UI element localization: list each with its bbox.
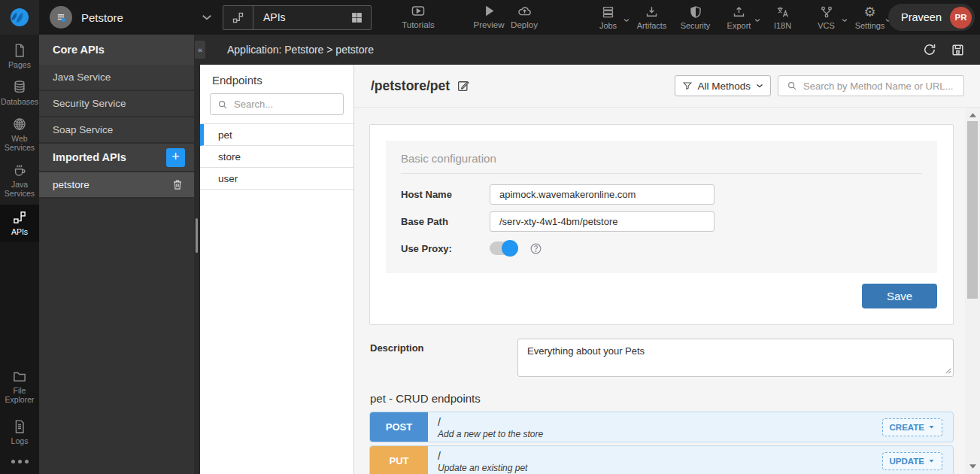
endpoints-list: pet store user [200,123,353,190]
export-button[interactable]: Export [722,5,756,30]
settings-button[interactable]: ⚙ Settings [853,5,887,30]
cloud-upload-icon [517,4,532,18]
rail-label: Java Services [0,180,39,198]
rail-label: File Explorer [0,386,39,404]
add-api-button[interactable]: + [166,148,185,167]
download-icon [645,5,659,19]
refresh-button[interactable] [922,42,937,57]
collapse-panel-button[interactable]: « [195,41,205,59]
shield-icon [689,5,702,19]
rail-label: Databases [1,97,38,106]
endpoints-search[interactable] [210,93,344,115]
preview-button[interactable]: Preview [468,4,510,29]
deploy-label: Deploy [511,20,538,29]
sidebar-item-petstore[interactable]: petstore [39,172,194,199]
page-title: /petstore/pet [371,78,450,94]
grid-icon[interactable] [350,11,371,24]
delete-api-button[interactable] [171,178,184,191]
rail-item-pages[interactable]: Pages [0,38,39,74]
host-name-field[interactable] [490,184,715,205]
wavemaker-logo[interactable] [0,0,39,35]
endpoint-row-put[interactable]: PUT / Update an existing pet UPDATE [369,445,954,474]
method-badge: PUT [370,446,428,474]
basic-config-panel: Basic configuration Host Name Base Path … [386,141,937,273]
module-label: APIs [253,11,350,23]
endpoint-row-post[interactable]: POST / Add a new pet to the store CREATE [369,412,954,442]
search-icon [217,99,228,110]
jobs-button[interactable]: Jobs [591,5,625,30]
tutorials-button[interactable]: Tutorials [396,4,440,29]
scroll-down-button[interactable] [965,460,980,472]
splitter-scroll-thumb[interactable] [196,218,198,253]
endpoint-item-user[interactable]: user [200,168,353,190]
methods-filter-label: All Methods [697,81,751,92]
breadcrumb-bar: « Application: Petstore > petstore [194,35,980,65]
sidebar-item-java-service[interactable]: Java Service [39,65,194,91]
rail-item-file-explorer[interactable]: File Explorer [0,363,39,409]
imported-apis-header: Imported APIs + [39,144,194,172]
globe-icon [12,117,27,132]
module-selector[interactable]: APIs [223,5,372,30]
vcs-label: VCS [818,21,835,30]
scrollbar-thumb[interactable] [967,121,978,299]
save-file-button[interactable] [951,43,965,57]
panel-splitter[interactable] [194,65,200,474]
user-name: Praveen [901,11,942,23]
jobs-icon [601,5,615,19]
git-branch-icon [820,5,833,19]
project-selector[interactable]: Petstore [50,6,214,29]
core-apis-title: Core APIs [53,44,105,56]
rail-item-logs[interactable]: Logs [0,414,39,451]
endpoint-item-pet[interactable]: pet [200,124,353,146]
method-search[interactable] [778,75,964,96]
base-path-field[interactable] [490,211,715,232]
play-icon [482,4,496,18]
edit-path-button[interactable] [457,79,470,93]
artifacts-button[interactable]: Artifacts [635,5,669,30]
endpoint-rows: POST / Add a new pet to the store CREATE… [369,412,954,474]
user-menu[interactable]: Praveen PR [888,4,975,31]
chevron-down-icon [841,17,848,24]
proxy-help-button[interactable] [529,242,542,255]
methods-filter-dropdown[interactable]: All Methods [675,75,771,96]
topbar-right-actions: Jobs Artifacts Security Export [591,0,887,35]
method-search-input[interactable] [803,81,955,92]
vcs-button[interactable]: VCS [809,5,843,30]
i18n-button[interactable]: I18N [766,5,799,30]
action-label: UPDATE [890,457,924,466]
create-action-button[interactable]: CREATE [882,418,942,436]
sidebar-item-label: Soap Service [53,124,113,135]
edit-icon [457,79,470,93]
scroll-up-button[interactable] [965,109,980,121]
export-label: Export [727,21,751,30]
endpoint-path: / [438,417,882,428]
endpoint-item-store[interactable]: store [200,146,353,168]
description-field[interactable]: Everything about your Pets [517,339,954,377]
chevron-down-icon [755,81,764,90]
update-action-button[interactable]: UPDATE [882,452,942,470]
vertical-scrollbar[interactable] [965,108,980,474]
method-badge: POST [370,412,428,442]
rail-item-java-services[interactable]: Java Services [0,157,39,203]
rail-item-apis[interactable]: APIs [0,205,39,242]
content-header: /petstore/pet All Methods [354,65,980,108]
endpoint-item-label: pet [218,129,232,141]
api-node-icon [12,210,27,225]
endpoints-search-input[interactable] [234,99,336,110]
i18n-label: I18N [774,21,791,30]
caret-down-icon [928,424,935,430]
basic-config-card: Basic configuration Host Name Base Path … [369,124,954,325]
rail-item-databases[interactable]: Databases [0,74,39,111]
save-button[interactable]: Save [862,284,937,308]
sidebar-item-soap-service[interactable]: Soap Service [39,117,194,144]
more-options-button[interactable] [0,451,39,474]
security-button[interactable]: Security [678,5,712,30]
rail-item-web-services[interactable]: Web Services [0,111,39,157]
database-icon [12,80,27,95]
use-proxy-toggle[interactable] [490,242,517,255]
triangle-up-icon [969,113,976,117]
main-content: Basic configuration Host Name Base Path … [354,108,965,474]
sidebar-item-security-service[interactable]: Security Service [39,91,194,117]
deploy-button[interactable]: Deploy [505,4,543,29]
security-label: Security [681,21,711,30]
